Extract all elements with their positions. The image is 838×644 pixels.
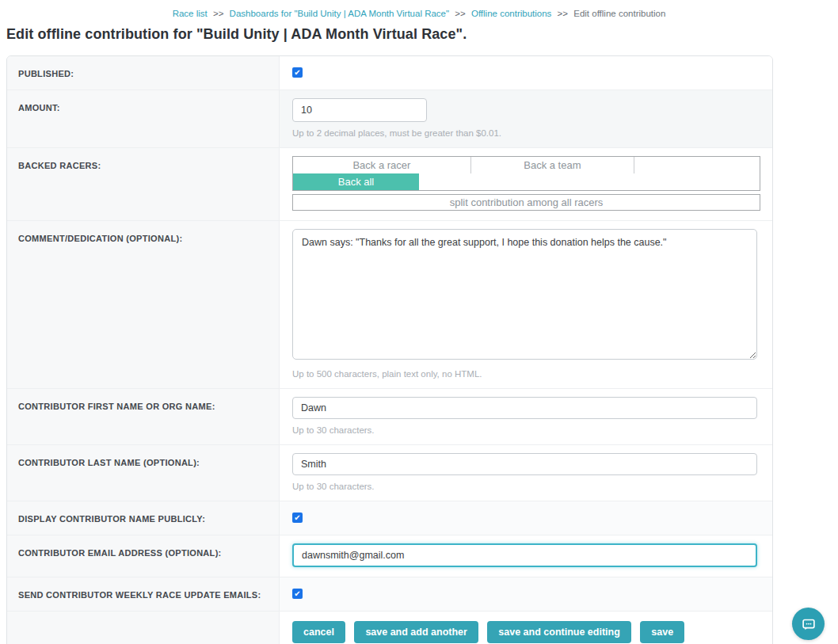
split-contribution-button[interactable]: split contribution among all racers	[292, 194, 760, 211]
email-label: CONTRIBUTOR EMAIL ADDRESS (OPTIONAL):	[18, 548, 222, 558]
form-row-comment: COMMENT/DEDICATION (OPTIONAL): Dawn says…	[7, 221, 772, 389]
first-name-field-cell: Up to 30 characters.	[280, 389, 773, 444]
form-row-buttons: cancel save and add another save and con…	[7, 612, 772, 644]
weekly-emails-label-cell: SEND CONTRIBUTOR WEEKLY RACE UPDATE EMAI…	[7, 577, 280, 611]
display-publicly-checkbox[interactable]: ✔	[292, 513, 303, 523]
tab-back-a-racer[interactable]: Back a racer	[293, 157, 470, 173]
edit-form-panel: PUBLISHED: ✔ AMOUNT: Up to 2 decimal pla…	[6, 55, 773, 644]
backed-racers-tab-row: Back a racer Back a team	[293, 157, 760, 173]
last-name-input[interactable]	[292, 453, 757, 475]
published-label: PUBLISHED:	[18, 69, 74, 78]
first-name-label-cell: CONTRIBUTOR FIRST NAME OR ORG NAME:	[7, 389, 280, 444]
form-row-last-name: CONTRIBUTOR LAST NAME (OPTIONAL): Up to …	[7, 445, 772, 501]
published-checkbox[interactable]: ✔	[292, 67, 303, 78]
save-button[interactable]: save	[640, 621, 684, 643]
cancel-button[interactable]: cancel	[292, 621, 345, 643]
first-name-help-text: Up to 30 characters.	[292, 425, 757, 435]
form-row-email: CONTRIBUTOR EMAIL ADDRESS (OPTIONAL):	[7, 535, 772, 577]
comment-help-text: Up to 500 characters, plain text only, n…	[292, 369, 757, 379]
backed-racers-selected-row: Back all	[293, 173, 760, 190]
breadcrumb-link-offline-contributions[interactable]: Offline contributions	[471, 9, 551, 18]
buttons-field-cell: cancel save and add another save and con…	[280, 612, 772, 644]
save-and-continue-editing-button[interactable]: save and continue editing	[487, 621, 631, 643]
backed-racers-tabs: Back a racer Back a team Back all	[292, 156, 760, 191]
comment-textarea[interactable]: Dawn says: "Thanks for all the great sup…	[292, 229, 757, 360]
amount-input[interactable]	[292, 98, 427, 122]
breadcrumb-link-race-list[interactable]: Race list	[173, 9, 208, 18]
breadcrumb-link-dashboards[interactable]: Dashboards for "Build Unity | ADA Month …	[230, 9, 450, 18]
breadcrumb-separator: >>	[558, 9, 568, 18]
amount-label-cell: AMOUNT:	[7, 90, 280, 147]
email-field-cell	[280, 535, 773, 577]
published-field-cell: ✔	[280, 56, 772, 90]
display-publicly-label: DISPLAY CONTRIBUTOR NAME PUBLICLY:	[18, 514, 205, 524]
breadcrumb-separator: >>	[213, 9, 223, 18]
last-name-field-cell: Up to 30 characters.	[280, 445, 773, 501]
last-name-help-text: Up to 30 characters.	[292, 482, 757, 491]
amount-help-text: Up to 2 decimal places, must be greater …	[292, 128, 756, 138]
form-row-amount: AMOUNT: Up to 2 decimal places, must be …	[7, 90, 772, 148]
chat-bubble-icon	[800, 615, 817, 633]
chat-fab-button[interactable]	[792, 608, 825, 640]
buttons-label-cell	[7, 612, 280, 644]
amount-field-cell: Up to 2 decimal places, must be greater …	[280, 90, 772, 147]
breadcrumb: Race list >> Dashboards for "Build Unity…	[0, 0, 838, 18]
display-publicly-label-cell: DISPLAY CONTRIBUTOR NAME PUBLICLY:	[7, 501, 280, 535]
first-name-label: CONTRIBUTOR FIRST NAME OR ORG NAME:	[18, 402, 215, 411]
last-name-label: CONTRIBUTOR LAST NAME (OPTIONAL):	[18, 458, 200, 467]
breadcrumb-current: Edit offline contribution	[573, 9, 665, 18]
tab-back-a-team[interactable]: Back a team	[470, 157, 634, 173]
form-row-backed-racers: BACKED RACERS: Back a racer Back a team …	[7, 148, 772, 221]
first-name-input[interactable]	[292, 397, 757, 419]
form-row-first-name: CONTRIBUTOR FIRST NAME OR ORG NAME: Up t…	[7, 389, 772, 445]
form-row-weekly-emails: SEND CONTRIBUTOR WEEKLY RACE UPDATE EMAI…	[7, 577, 772, 612]
backed-racers-label-cell: BACKED RACERS:	[7, 148, 280, 220]
backed-racers-label: BACKED RACERS:	[18, 161, 101, 170]
weekly-emails-label: SEND CONTRIBUTOR WEEKLY RACE UPDATE EMAI…	[18, 590, 261, 600]
email-label-cell: CONTRIBUTOR EMAIL ADDRESS (OPTIONAL):	[7, 535, 280, 577]
form-row-published: PUBLISHED: ✔	[7, 56, 772, 90]
weekly-emails-checkbox[interactable]: ✔	[292, 589, 303, 599]
weekly-emails-field-cell: ✔	[280, 577, 772, 611]
last-name-label-cell: CONTRIBUTOR LAST NAME (OPTIONAL):	[7, 445, 280, 501]
tab-back-all-selected[interactable]: Back all	[293, 173, 419, 190]
form-row-display-publicly: DISPLAY CONTRIBUTOR NAME PUBLICLY: ✔	[7, 501, 772, 535]
published-label-cell: PUBLISHED:	[7, 56, 280, 90]
tab-empty	[634, 157, 760, 173]
display-publicly-field-cell: ✔	[280, 501, 772, 535]
edit-offline-contribution-page: Race list >> Dashboards for "Build Unity…	[0, 0, 838, 644]
comment-field-cell: Dawn says: "Thanks for all the great sup…	[280, 221, 773, 388]
email-input[interactable]	[292, 543, 757, 567]
save-and-add-another-button[interactable]: save and add another	[354, 621, 478, 643]
breadcrumb-separator: >>	[455, 9, 465, 18]
amount-label: AMOUNT:	[18, 103, 60, 112]
page-title: Edit offline contribution for "Build Uni…	[6, 26, 838, 43]
backed-racers-field-cell: Back a racer Back a team Back all split …	[280, 148, 773, 220]
comment-label: COMMENT/DEDICATION (OPTIONAL):	[18, 234, 182, 243]
comment-label-cell: COMMENT/DEDICATION (OPTIONAL):	[7, 221, 280, 388]
